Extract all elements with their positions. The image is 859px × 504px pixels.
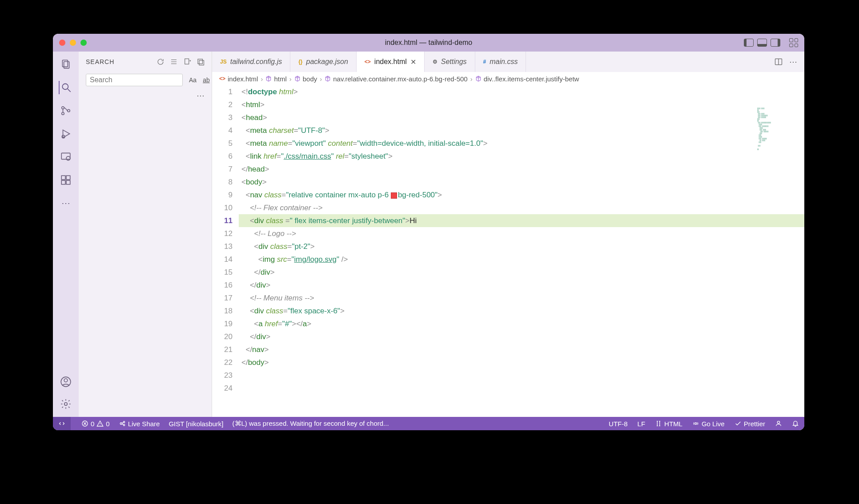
tab-package-json[interactable]: {}package.json xyxy=(290,52,357,72)
extensions-icon[interactable] xyxy=(59,173,72,187)
svg-rect-9 xyxy=(61,176,65,180)
feedback-icon[interactable] xyxy=(775,420,782,427)
titlebar[interactable]: index.html — tailwind-demo xyxy=(53,34,804,52)
svg-point-21 xyxy=(120,423,122,424)
tab-label: package.json xyxy=(306,58,348,66)
breadcrumb-item[interactable]: html xyxy=(274,75,286,83)
svg-rect-1 xyxy=(64,62,69,68)
svg-rect-11 xyxy=(61,180,65,184)
encoding-selector[interactable]: UTF-8 xyxy=(609,420,628,428)
search-sidebar: SEARCH Aa ab .* ⋯ xyxy=(79,52,212,417)
gear-icon: ⚙ xyxy=(433,59,438,65)
svg-point-25 xyxy=(777,421,779,424)
breadcrumb-item[interactable]: div..flex.items-center.justify-betw xyxy=(484,75,579,83)
line-gutter: 123456789101112131415161718192021222324 xyxy=(212,85,239,417)
search-input[interactable] xyxy=(86,74,183,86)
js-file-icon: JS xyxy=(220,59,227,65)
layout-controls xyxy=(744,38,798,47)
close-window[interactable] xyxy=(59,40,65,46)
svg-point-15 xyxy=(64,403,68,406)
status-message: (⌘L) was pressed. Waiting for second key… xyxy=(233,420,389,428)
svg-point-14 xyxy=(64,379,68,382)
whole-word-toggle[interactable]: ab xyxy=(201,76,212,84)
close-tab-icon[interactable]: ✕ xyxy=(410,58,416,66)
layout-grid-icon[interactable] xyxy=(789,38,798,47)
toggle-right-panel-icon[interactable] xyxy=(771,39,780,47)
remote-explorer-icon[interactable] xyxy=(59,150,72,164)
breadcrumb-item[interactable]: nav.relative.container.mx-auto.p-6.bg-re… xyxy=(333,75,467,83)
symbol-icon xyxy=(325,76,331,82)
svg-rect-10 xyxy=(66,176,70,180)
tab-index-html[interactable]: <>index.html✕ xyxy=(357,52,425,72)
editor-group: JStailwind.config.js {}package.json <>in… xyxy=(212,52,804,417)
svg-point-3 xyxy=(62,107,64,109)
tab-tailwind-config[interactable]: JStailwind.config.js xyxy=(212,52,290,72)
tab-main-css[interactable]: #main.css xyxy=(475,52,526,72)
svg-rect-16 xyxy=(185,59,189,64)
sidebar-header: SEARCH xyxy=(79,52,212,72)
main-body: ⋯ SEARCH Aa ab .* ⋯ JStailwind.config.js… xyxy=(53,52,804,417)
svg-rect-0 xyxy=(62,60,68,67)
activity-bar: ⋯ xyxy=(53,52,79,417)
refresh-icon[interactable] xyxy=(157,58,165,66)
gist-indicator[interactable]: GIST [nikolasburk] xyxy=(169,420,223,428)
search-row: Aa ab .* xyxy=(79,72,212,88)
tab-label: tailwind.config.js xyxy=(230,58,282,66)
prettier-button[interactable]: Prettier xyxy=(735,420,765,428)
css-file-icon: # xyxy=(483,59,486,65)
live-share-button[interactable]: Live Share xyxy=(119,420,160,428)
vscode-window: index.html — tailwind-demo ⋯ SEARCH Aa a… xyxy=(53,34,804,430)
toggle-left-panel-icon[interactable] xyxy=(744,39,754,47)
search-icon[interactable] xyxy=(59,81,72,94)
zoom-window[interactable] xyxy=(80,40,87,46)
traffic-lights xyxy=(59,40,87,46)
svg-point-4 xyxy=(62,112,64,115)
settings-gear-icon[interactable] xyxy=(59,397,72,411)
problems-indicator[interactable]: 00 xyxy=(81,420,110,428)
search-more-icon[interactable]: ⋯ xyxy=(197,91,205,100)
tabs-bar: JStailwind.config.js {}package.json <>in… xyxy=(212,52,804,72)
notifications-icon[interactable] xyxy=(792,420,799,427)
sidebar-title: SEARCH xyxy=(86,58,114,65)
more-actions-icon[interactable]: ⋯ xyxy=(789,57,797,67)
toggle-bottom-panel-icon[interactable] xyxy=(757,39,767,47)
symbol-icon xyxy=(265,76,272,82)
tab-label: main.css xyxy=(490,58,518,66)
go-live-button[interactable]: Go Live xyxy=(692,420,725,428)
html-file-icon: <> xyxy=(365,59,371,65)
remote-indicator[interactable] xyxy=(53,417,71,430)
new-file-icon[interactable] xyxy=(183,58,191,66)
breadcrumb-item[interactable]: body xyxy=(303,75,317,83)
symbol-icon xyxy=(294,76,301,82)
svg-point-8 xyxy=(66,156,70,160)
account-icon[interactable] xyxy=(59,375,72,388)
breadcrumb-item[interactable]: index.html xyxy=(228,75,258,83)
source-control-icon[interactable] xyxy=(59,104,72,117)
minimap[interactable]: ████ █████████ ███ ████ ███ ████████ ███… xyxy=(757,108,802,161)
symbol-icon xyxy=(475,76,482,82)
window-title: index.html — tailwind-demo xyxy=(385,39,473,47)
explorer-icon[interactable] xyxy=(59,58,72,71)
eol-selector[interactable]: LF xyxy=(638,420,646,428)
status-bar: 00 Live Share GIST [nikolasburk] (⌘L) wa… xyxy=(53,417,804,430)
minimize-window[interactable] xyxy=(70,40,76,46)
svg-rect-12 xyxy=(66,180,70,184)
split-editor-icon[interactable] xyxy=(774,57,783,66)
json-file-icon: {} xyxy=(298,59,302,65)
more-icon[interactable]: ⋯ xyxy=(59,196,72,210)
svg-rect-17 xyxy=(198,59,203,64)
code-editor[interactable]: 123456789101112131415161718192021222324 … xyxy=(212,85,804,417)
svg-rect-18 xyxy=(199,60,204,65)
svg-point-2 xyxy=(62,84,68,89)
match-case-toggle[interactable]: Aa xyxy=(187,76,198,84)
tab-label: Settings xyxy=(441,58,467,66)
breadcrumb[interactable]: <>index.html› html› body› nav.relative.c… xyxy=(212,72,804,85)
tab-settings[interactable]: ⚙Settings xyxy=(425,52,475,72)
svg-point-5 xyxy=(68,109,70,112)
language-selector[interactable]: HTML xyxy=(655,420,682,428)
clear-icon[interactable] xyxy=(170,58,178,66)
run-debug-icon[interactable] xyxy=(59,127,72,140)
code-content[interactable]: <!doctype html><html><head> <meta charse… xyxy=(239,85,804,417)
collapse-icon[interactable] xyxy=(197,58,205,66)
html-file-icon: <> xyxy=(219,76,225,82)
